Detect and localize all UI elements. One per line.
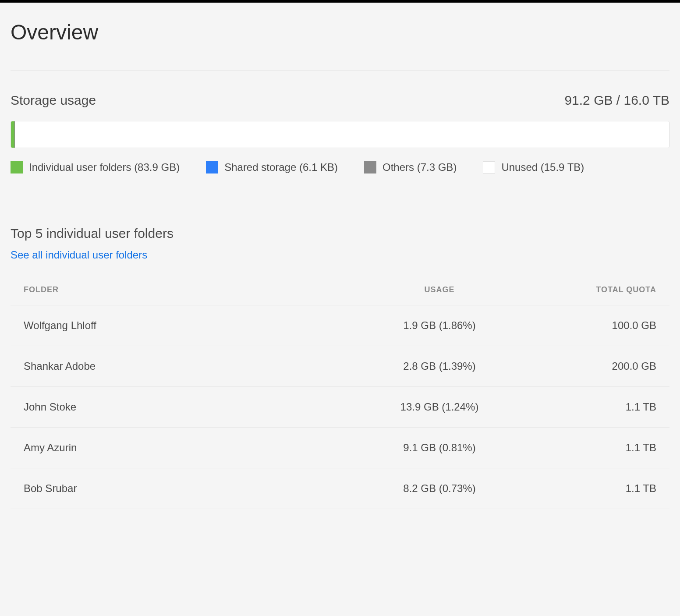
cell-usage: 2.8 GB (1.39%) (345, 360, 534, 372)
cell-folder: Bob Srubar (24, 482, 345, 495)
storage-progress-bar (11, 121, 669, 148)
cell-usage: 13.9 GB (1.24%) (345, 401, 534, 413)
column-header-quota[interactable]: TOTAL QUOTA (534, 285, 656, 294)
cell-usage: 9.1 GB (0.81%) (345, 442, 534, 454)
table-row[interactable]: Shankar Adobe2.8 GB (1.39%)200.0 GB (11, 346, 669, 387)
table-row[interactable]: Wolfgang Lhloff1.9 GB (1.86%)100.0 GB (11, 305, 669, 346)
see-all-folders-link[interactable]: See all individual user folders (11, 249, 147, 261)
column-header-usage[interactable]: USAGE (345, 285, 534, 294)
legend-item: Individual user folders (83.9 GB) (11, 161, 180, 173)
legend-label: Unused (15.9 TB) (501, 161, 584, 173)
legend-swatch-icon (483, 161, 495, 173)
legend-swatch-icon (11, 161, 23, 173)
page-title: Overview (11, 20, 669, 44)
legend-swatch-icon (206, 161, 218, 173)
legend-item: Unused (15.9 TB) (483, 161, 584, 173)
legend-label: Others (7.3 GB) (382, 161, 457, 173)
legend-item: Others (7.3 GB) (364, 161, 457, 173)
storage-usage-label: Storage usage (11, 93, 96, 108)
cell-folder: John Stoke (24, 401, 345, 413)
cell-quota: 1.1 TB (534, 442, 656, 454)
legend-label: Shared storage (6.1 KB) (224, 161, 338, 173)
cell-quota: 1.1 TB (534, 482, 656, 495)
table-row[interactable]: John Stoke13.9 GB (1.24%)1.1 TB (11, 387, 669, 428)
storage-legend: Individual user folders (83.9 GB)Shared … (11, 161, 669, 173)
progress-segment (15, 121, 669, 148)
table-row[interactable]: Bob Srubar8.2 GB (0.73%)1.1 TB (11, 468, 669, 509)
cell-folder: Wolfgang Lhloff (24, 319, 345, 332)
legend-label: Individual user folders (83.9 GB) (29, 161, 180, 173)
cell-quota: 1.1 TB (534, 401, 656, 413)
cell-folder: Shankar Adobe (24, 360, 345, 372)
top-folders-title: Top 5 individual user folders (11, 226, 669, 241)
cell-folder: Amy Azurin (24, 442, 345, 454)
progress-segment (11, 121, 14, 148)
cell-usage: 8.2 GB (0.73%) (345, 482, 534, 495)
storage-usage-summary: 91.2 GB / 16.0 TB (564, 93, 669, 108)
cell-usage: 1.9 GB (1.86%) (345, 319, 534, 332)
legend-item: Shared storage (6.1 KB) (206, 161, 338, 173)
legend-swatch-icon (364, 161, 376, 173)
cell-quota: 200.0 GB (534, 360, 656, 372)
column-header-folder[interactable]: FOLDER (24, 285, 345, 294)
cell-quota: 100.0 GB (534, 319, 656, 332)
top-folders-table: FOLDER USAGE TOTAL QUOTA Wolfgang Lhloff… (11, 285, 669, 509)
section-divider (11, 71, 669, 71)
table-row[interactable]: Amy Azurin9.1 GB (0.81%)1.1 TB (11, 428, 669, 468)
table-header: FOLDER USAGE TOTAL QUOTA (11, 285, 669, 305)
